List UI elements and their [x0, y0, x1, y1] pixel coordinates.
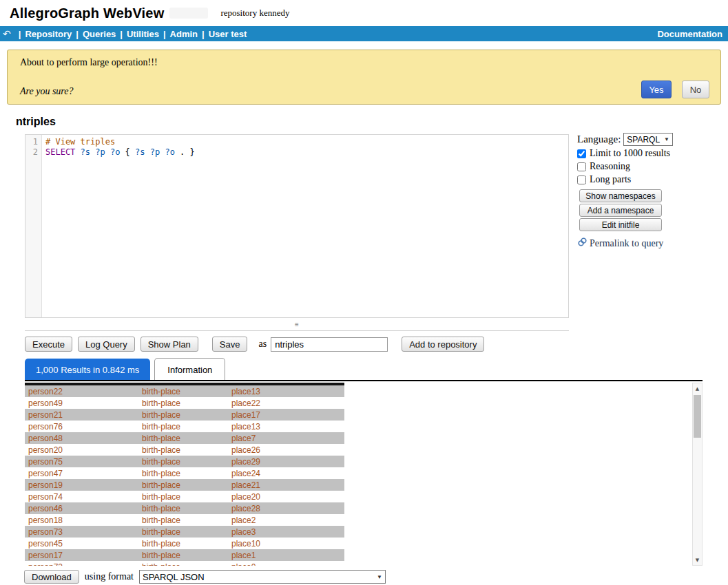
- add-a-namespace-button[interactable]: Add a namespace: [579, 204, 662, 217]
- table-cell-link[interactable]: person18: [25, 515, 142, 525]
- table-cell-link[interactable]: birth-place: [142, 422, 231, 432]
- table-cell-link[interactable]: birth-place: [142, 551, 231, 560]
- editor-resize-handle[interactable]: ≡: [25, 318, 569, 331]
- table-cell-link[interactable]: person73: [25, 527, 142, 537]
- scroll-up-icon[interactable]: ▲: [693, 383, 702, 394]
- table-cell-link[interactable]: birth-place: [142, 410, 231, 420]
- save-button[interactable]: Save: [212, 337, 248, 352]
- checkbox[interactable]: [577, 149, 586, 158]
- scroll-down-icon[interactable]: ▼: [693, 555, 702, 565]
- scrollbar-thumb[interactable]: [694, 395, 701, 438]
- table-cell-link[interactable]: birth-place: [142, 515, 231, 525]
- table-cell-link[interactable]: place26: [231, 445, 344, 455]
- yes-button[interactable]: Yes: [641, 81, 672, 98]
- no-button[interactable]: No: [682, 81, 709, 98]
- table-cell-link[interactable]: place2: [231, 515, 344, 525]
- line-number: 1: [25, 137, 42, 147]
- table-cell-link[interactable]: person72: [25, 562, 142, 566]
- nav-separator: |: [76, 29, 79, 39]
- checkbox-row-0[interactable]: Limit to 1000 results: [577, 148, 722, 159]
- table-cell-link[interactable]: place20: [231, 492, 344, 502]
- table-cell-link[interactable]: birth-place: [142, 469, 231, 478]
- checkbox[interactable]: [577, 176, 586, 184]
- table-cell-link[interactable]: person48: [25, 434, 142, 443]
- resize-handle-icon: ≡: [295, 321, 299, 328]
- table-cell-link[interactable]: person49: [25, 398, 142, 408]
- table-cell-link[interactable]: person75: [25, 457, 142, 467]
- table-cell-link[interactable]: place0: [231, 562, 344, 566]
- query-editor[interactable]: 1# View triples2SELECT ?s ?p ?o { ?s ?p …: [25, 134, 569, 318]
- table-cell-link[interactable]: place22: [231, 398, 344, 408]
- table-cell-link[interactable]: birth-place: [142, 387, 231, 396]
- table-cell-link[interactable]: birth-place: [142, 480, 231, 490]
- format-select[interactable]: SPARQL JSON ▼: [139, 570, 386, 584]
- save-name-input[interactable]: [271, 337, 388, 352]
- tabs-underline: [25, 380, 703, 381]
- table-cell-link[interactable]: place13: [231, 387, 344, 396]
- show-plan-button[interactable]: Show Plan: [141, 337, 198, 352]
- nav-item-documentation[interactable]: Documentation: [657, 29, 722, 39]
- table-cell-link[interactable]: place10: [231, 539, 344, 549]
- log-query-button[interactable]: Log Query: [78, 337, 135, 352]
- edit-initfile-button[interactable]: Edit initfile: [579, 218, 662, 231]
- table-cell-link[interactable]: place3: [231, 527, 344, 537]
- table-cell-link[interactable]: person76: [25, 422, 142, 432]
- checkbox-row-1[interactable]: Reasoning: [577, 161, 722, 172]
- table-cell-link[interactable]: person19: [25, 480, 142, 490]
- tab-information[interactable]: Information: [154, 358, 225, 381]
- table-cell-link[interactable]: person20: [25, 445, 142, 455]
- table-cell-link[interactable]: birth-place: [142, 445, 231, 455]
- results-scrollbar[interactable]: ▲ ▼: [692, 383, 703, 566]
- table-cell-link[interactable]: place24: [231, 469, 344, 478]
- table-cell-link[interactable]: person45: [25, 539, 142, 549]
- table-cell-link[interactable]: birth-place: [142, 504, 231, 513]
- download-button[interactable]: Download: [24, 570, 79, 584]
- table-row: person22birth-placeplace13: [25, 385, 344, 397]
- table-cell-link[interactable]: person17: [25, 551, 142, 560]
- table-cell-link[interactable]: birth-place: [142, 539, 231, 549]
- table-cell-link[interactable]: place17: [231, 410, 344, 420]
- table-row: person20birth-placeplace26: [25, 444, 344, 456]
- nav-separator: |: [120, 29, 123, 39]
- table-cell-link[interactable]: person21: [25, 410, 142, 420]
- nav-item-repository[interactable]: Repository: [25, 29, 72, 39]
- table-row: person21birth-placeplace17: [25, 409, 344, 421]
- add-to-repository-button[interactable]: Add to repository: [402, 337, 484, 352]
- nav-item-admin[interactable]: Admin: [170, 29, 198, 39]
- query-name-heading: ntriples: [16, 116, 56, 128]
- language-select[interactable]: SPARQL ▼: [623, 133, 673, 146]
- code-token-comment: # View triples: [45, 137, 115, 147]
- table-cell-link[interactable]: person74: [25, 492, 142, 502]
- permalink-link[interactable]: Permalink to query: [577, 237, 722, 250]
- nav-item-queries[interactable]: Queries: [83, 29, 116, 39]
- table-cell-link[interactable]: place13: [231, 422, 344, 432]
- show-namespaces-button[interactable]: Show namespaces: [579, 189, 662, 202]
- table-cell-link[interactable]: birth-place: [142, 398, 231, 408]
- nav-item-user-test[interactable]: User test: [209, 29, 247, 39]
- table-row: person45birth-placeplace10: [25, 538, 344, 549]
- checkbox[interactable]: [577, 162, 586, 171]
- table-cell-link[interactable]: birth-place: [142, 457, 231, 467]
- table-cell-link[interactable]: person47: [25, 469, 142, 478]
- tab-results[interactable]: 1,000 Results in 0.842 ms: [25, 359, 150, 381]
- nav-item-utilities[interactable]: Utilities: [127, 29, 159, 39]
- table-row: person72birth-placeplace0: [25, 561, 344, 566]
- table-cell-link[interactable]: birth-place: [142, 434, 231, 443]
- table-cell-link[interactable]: person22: [25, 387, 142, 396]
- table-row: person49birth-placeplace22: [25, 397, 344, 409]
- table-cell-link[interactable]: birth-place: [142, 492, 231, 502]
- table-cell-link[interactable]: place21: [231, 480, 344, 490]
- table-cell-link[interactable]: place29: [231, 457, 344, 467]
- table-cell-link[interactable]: person46: [25, 504, 142, 513]
- line-number: 2: [25, 147, 42, 158]
- back-icon[interactable]: ↶: [3, 28, 11, 39]
- execute-button[interactable]: Execute: [25, 337, 72, 352]
- table-cell-link[interactable]: place7: [231, 434, 344, 443]
- table-cell-link[interactable]: place28: [231, 504, 344, 513]
- table-cell-link[interactable]: place1: [231, 551, 344, 560]
- checkbox-row-2[interactable]: Long parts: [577, 174, 722, 185]
- table-row: person17birth-placeplace1: [25, 549, 344, 561]
- table-row: person74birth-placeplace20: [25, 491, 344, 502]
- table-cell-link[interactable]: birth-place: [142, 562, 231, 566]
- table-cell-link[interactable]: birth-place: [142, 527, 231, 537]
